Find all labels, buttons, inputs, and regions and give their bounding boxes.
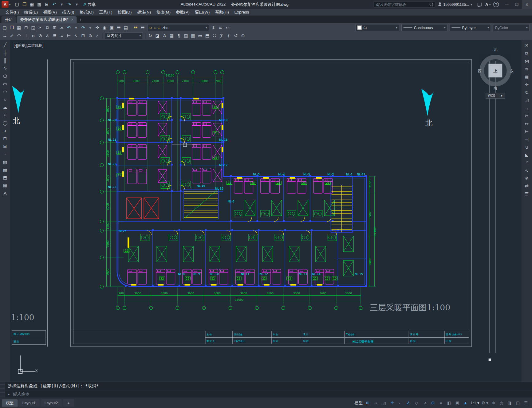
menu-item[interactable]: 标注(N) <box>134 9 154 16</box>
quick-calc-icon[interactable]: ∑ <box>218 32 225 39</box>
hatch-icon[interactable]: ▨ <box>183 32 189 39</box>
hatch-icon[interactable]: ▨ <box>1 159 9 166</box>
grid-icon[interactable]: ⊞ <box>364 399 372 406</box>
workspace-switching-icon[interactable]: ⚙ ▾ <box>480 399 489 406</box>
dim-diameter-icon[interactable]: ⊘ <box>37 32 44 39</box>
rotate-icon[interactable]: ↻ <box>523 89 531 96</box>
update-fields-icon[interactable]: ↺ <box>232 32 239 39</box>
account-button[interactable]: 15059991135... ▾ <box>438 2 472 6</box>
mirror-icon[interactable]: ⋈ <box>523 58 531 65</box>
tab-close-icon[interactable]: × <box>71 16 73 23</box>
center-mark-icon[interactable]: ⊕ <box>87 32 94 39</box>
move-icon[interactable]: ✛ <box>523 81 531 88</box>
fillet-icon[interactable]: ◜ <box>523 159 531 167</box>
copy-object-icon[interactable]: ⧉ <box>523 50 531 57</box>
baseline-dim-icon[interactable]: ≡ <box>58 32 65 39</box>
dim-linear-icon[interactable]: ↔ <box>1 32 8 39</box>
graphics-performance-icon[interactable]: ◨ <box>506 399 514 406</box>
array-icon[interactable]: ▦ <box>523 73 531 80</box>
pan-icon[interactable]: ✛ <box>94 24 101 31</box>
layer-properties-icon[interactable]: ☷ <box>132 24 139 31</box>
explode-icon[interactable]: ※ <box>523 175 531 182</box>
open-icon[interactable]: ❐ <box>9 24 15 31</box>
gradient-icon[interactable]: ▩ <box>190 32 196 39</box>
lineweight-icon[interactable]: ≡ <box>437 399 445 406</box>
annotation-monitor-icon[interactable]: ⊕ <box>489 399 497 406</box>
measure-icon[interactable]: ∷ <box>211 32 218 39</box>
polyline-icon[interactable]: ∿ <box>1 65 9 72</box>
polygon-icon[interactable]: ⬠ <box>1 73 9 80</box>
menu-item[interactable]: 修改(M) <box>154 9 173 16</box>
maximize-button[interactable]: ❐ <box>512 0 522 9</box>
blend-curves-icon[interactable]: ∿ <box>523 167 531 174</box>
new-file-icon[interactable]: ▢ <box>14 1 20 8</box>
quick-dim-icon[interactable]: ≣ <box>51 32 58 39</box>
color-dropdown[interactable]: 白 ▾ <box>355 24 400 31</box>
undo-caret-icon[interactable]: ▾ <box>58 1 65 8</box>
properties-icon[interactable]: ☰ <box>115 24 122 31</box>
undo-icon[interactable]: ↶ <box>65 24 72 31</box>
dynamic-input-icon[interactable]: ✛ <box>388 399 396 406</box>
ellipse-arc-icon[interactable]: ◖ <box>1 127 9 135</box>
dim-style-icon[interactable]: ◪ <box>154 32 161 39</box>
zoom-window-icon[interactable]: ▣ <box>108 24 115 31</box>
viewport-controls[interactable]: [-][俯视][二维线框] <box>12 43 45 49</box>
menu-item[interactable]: 窗口(W) <box>192 9 212 16</box>
rectangle-icon[interactable]: ▭ <box>1 80 9 88</box>
dim-arc-icon[interactable]: ◠ <box>16 32 22 39</box>
dim-update-icon[interactable]: ↻ <box>147 32 154 39</box>
linetype-dropdown[interactable]: Continuous ▾ <box>401 24 447 31</box>
lineweight-dropdown[interactable]: ByLayer ▾ <box>450 24 491 31</box>
save-icon[interactable]: ▦ <box>16 24 22 31</box>
insert-block-icon[interactable]: ⊡ <box>1 135 9 142</box>
undo-icon[interactable]: ↶ <box>51 1 58 8</box>
help-button[interactable]: ? <box>493 2 499 7</box>
break-at-point-icon[interactable]: ⊢ <box>523 128 531 135</box>
mtext-icon[interactable]: ¶ <box>175 32 182 39</box>
join-icon[interactable]: ∪ <box>523 143 531 151</box>
offset-icon[interactable]: ≋ <box>523 65 531 73</box>
open-file-icon[interactable]: ❐ <box>21 1 28 8</box>
new-icon[interactable]: ▢ <box>1 24 8 31</box>
designcenter-icon[interactable]: ▤ <box>123 24 129 31</box>
table-icon[interactable]: ▦ <box>168 32 175 39</box>
command-input[interactable]: ▸ 键入命令 <box>5 390 532 398</box>
grip-handle[interactable] <box>489 359 491 361</box>
menu-item[interactable]: 参数(P) <box>173 9 192 16</box>
layer-states-icon[interactable]: ☵ <box>140 24 146 31</box>
zoom-realtime-icon[interactable]: ◉ <box>101 24 108 31</box>
share-button[interactable]: ⇗ 共享 <box>83 2 96 7</box>
command-panel-grip[interactable] <box>0 382 5 398</box>
stretch-icon[interactable]: ↔ <box>523 104 531 112</box>
point-icon[interactable]: · <box>1 151 9 158</box>
plot-icon[interactable]: ⊟ <box>23 24 30 31</box>
region-icon[interactable]: ⬒ <box>1 174 9 181</box>
arc-icon[interactable]: ◠ <box>1 88 9 96</box>
table-icon[interactable]: ▦ <box>1 182 9 189</box>
new-tab-button[interactable]: ＋ <box>77 16 84 23</box>
menu-item[interactable]: 文件(F) <box>3 9 22 16</box>
boundary-icon[interactable]: ▭ <box>197 32 203 39</box>
menu-item[interactable]: 编辑(E) <box>22 9 41 16</box>
dim-edit-icon[interactable]: ∕ <box>94 32 101 39</box>
cart-icon[interactable] <box>477 3 482 6</box>
selection-cycling-icon[interactable]: ▣ <box>453 399 461 406</box>
dim-radius-icon[interactable]: ⌀ <box>30 32 37 39</box>
ortho-icon[interactable]: ⌐ <box>396 399 404 406</box>
osnap-settings-icon[interactable]: ⊙ <box>239 32 246 39</box>
dim-style-dropdown[interactable]: 室内尺寸 ▾ <box>105 32 143 39</box>
ellipse-icon[interactable]: ◯ <box>1 120 9 127</box>
caret-icon[interactable]: ▾ <box>73 24 79 31</box>
spline-icon[interactable]: ≈ <box>1 112 9 119</box>
properties-icon[interactable]: ☰ <box>523 190 531 198</box>
tab-drawing[interactable]: 齐齐哈尔某酒店采暖设计图* × <box>17 16 77 23</box>
menu-item[interactable]: 插入(I) <box>60 9 77 16</box>
tab-start[interactable]: 开始 <box>1 16 16 23</box>
break-icon[interactable]: ⊣ <box>523 136 531 143</box>
new-layout-button[interactable]: ＋ <box>62 399 74 406</box>
plotstyle-dropdown[interactable]: ByColor ▾ <box>493 24 530 31</box>
match-properties-icon[interactable]: ≍ <box>58 24 65 31</box>
trim-icon[interactable]: ✂ <box>523 112 531 120</box>
multiline-text-icon[interactable]: A <box>1 190 9 197</box>
continue-dim-icon[interactable]: ⊢ <box>65 32 72 39</box>
